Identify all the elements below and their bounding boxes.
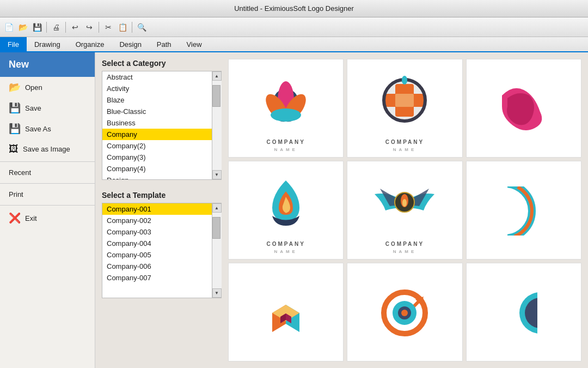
- menu-drawing[interactable]: Drawing: [27, 37, 68, 51]
- logo-card-4[interactable]: COMPANYNAME: [228, 161, 344, 260]
- logo-card-2[interactable]: COMPANYNAME: [347, 59, 462, 158]
- logo-svg-9: [470, 269, 578, 357]
- template-item[interactable]: Company-003: [102, 226, 212, 238]
- menu-organize[interactable]: Organize: [68, 37, 112, 51]
- sidebar-item-recent[interactable]: Recent: [0, 164, 95, 181]
- toolbar-undo[interactable]: ↩: [69, 21, 82, 34]
- left-panel: Select a Category Abstract Activity Blaz…: [102, 59, 222, 361]
- toolbar-save[interactable]: 💾: [30, 21, 44, 34]
- sidebar-save-label: Save: [25, 104, 41, 112]
- list-item[interactable]: Activity: [102, 83, 212, 94]
- menu-bar: File Drawing Organize Design Path View: [0, 37, 588, 52]
- logo-card-1[interactable]: COMPANYNAME: [228, 59, 344, 158]
- logo-svg-4: [232, 167, 340, 238]
- template-list-wrapper: Company-001 Company-002 Company-003 Comp…: [102, 203, 222, 298]
- menu-file[interactable]: File: [0, 37, 27, 51]
- toolbar-copy[interactable]: 📋: [116, 21, 129, 34]
- menu-view[interactable]: View: [179, 37, 210, 51]
- template-scroll-handle[interactable]: [212, 217, 220, 239]
- logo-svg-7: [232, 269, 340, 357]
- list-item[interactable]: Blaze: [102, 94, 212, 106]
- template-item[interactable]: Company-006: [102, 261, 212, 272]
- save-icon: 💾: [9, 102, 21, 114]
- menu-design[interactable]: Design: [112, 37, 149, 51]
- svg-point-16: [507, 186, 532, 236]
- sidebar-item-saveasimage[interactable]: 🖼 Save as Image: [0, 139, 95, 159]
- logo-svg-2: [351, 65, 458, 136]
- sidebar-item-save[interactable]: 💾 Save: [0, 98, 95, 118]
- sidebar-divider1: [0, 161, 95, 162]
- list-item-selected[interactable]: Company: [102, 129, 212, 140]
- category-list-wrapper: Abstract Activity Blaze Blue-Classic Bus…: [102, 71, 222, 180]
- logo-svg-8: [351, 269, 458, 357]
- toolbar-sep2: [65, 22, 66, 33]
- scroll-down-arrow[interactable]: ▼: [212, 170, 222, 179]
- template-scroll-track: [212, 213, 222, 288]
- saveas-icon: 💾: [9, 123, 21, 135]
- svg-point-28: [401, 310, 408, 316]
- logo-card-7[interactable]: [228, 263, 344, 361]
- list-item[interactable]: Design: [102, 174, 212, 179]
- svg-point-5: [271, 108, 301, 122]
- sidebar-recent-label: Recent: [9, 168, 31, 177]
- menu-path[interactable]: Path: [149, 37, 179, 51]
- logo-card-5[interactable]: COMPANYNAME: [347, 161, 462, 260]
- scroll-track: [212, 81, 222, 170]
- scroll-handle[interactable]: [212, 85, 220, 107]
- template-item[interactable]: Company-002: [102, 215, 212, 226]
- toolbar: 📄 📂 💾 🖨 ↩ ↪ ✂ 📋 🔍: [0, 17, 588, 37]
- template-list[interactable]: Company-001 Company-002 Company-003 Comp…: [102, 203, 212, 298]
- logo-card-9[interactable]: [466, 263, 581, 361]
- category-scrollbar: ▲ ▼: [212, 71, 221, 179]
- toolbar-cut[interactable]: ✂: [102, 21, 115, 34]
- template-item-selected[interactable]: Company-001: [102, 203, 212, 215]
- toolbar-help[interactable]: 🔍: [135, 21, 148, 34]
- logo-card-3[interactable]: [466, 59, 581, 158]
- template-item[interactable]: Company-004: [102, 238, 212, 249]
- toolbar-sep3: [99, 22, 99, 33]
- toolbar-print[interactable]: 🖨: [50, 21, 63, 34]
- logo-text-5: COMPANYNAME: [385, 240, 424, 255]
- template-item[interactable]: Company-007: [102, 272, 212, 283]
- logo-svg-1: [232, 65, 340, 136]
- template-scroll-down[interactable]: ▼: [212, 288, 222, 298]
- logo-svg-6: [470, 167, 578, 255]
- list-item[interactable]: Abstract: [102, 71, 212, 83]
- logo-card-8[interactable]: [347, 263, 462, 361]
- category-section: Select a Category Abstract Activity Blaz…: [102, 59, 222, 180]
- list-item[interactable]: Business: [102, 117, 212, 129]
- sidebar-exit-label: Exit: [25, 214, 37, 222]
- main-layout: New 📂 Open 💾 Save 💾 Save As 🖼 Save as Im…: [0, 52, 588, 368]
- scroll-up-arrow[interactable]: ▲: [212, 71, 222, 81]
- toolbar-open[interactable]: 📂: [16, 21, 29, 34]
- logo-svg-5: [351, 167, 458, 238]
- sidebar-item-saveas[interactable]: 💾 Save As: [0, 118, 95, 139]
- category-title: Select a Category: [102, 59, 222, 68]
- sidebar-new-button[interactable]: New: [0, 52, 95, 77]
- sidebar-item-open[interactable]: 📂 Open: [0, 77, 95, 98]
- svg-rect-9: [395, 94, 414, 107]
- sidebar-item-exit[interactable]: ❌ Exit: [0, 208, 95, 228]
- list-item[interactable]: Blue-Classic: [102, 106, 212, 117]
- list-item[interactable]: Company(4): [102, 163, 212, 174]
- template-scrollbar: ▲ ▼: [212, 203, 221, 298]
- logo-card-6[interactable]: [466, 161, 581, 260]
- saveimage-icon: 🖼: [9, 143, 19, 155]
- svg-point-15: [402, 199, 407, 207]
- list-item[interactable]: Company(3): [102, 152, 212, 163]
- template-item[interactable]: Company-005: [102, 249, 212, 261]
- open-icon: 📂: [9, 81, 21, 93]
- logo-svg-3: [470, 65, 578, 153]
- template-title: Select a Template: [102, 191, 222, 200]
- sidebar-item-print[interactable]: Print: [0, 186, 95, 203]
- toolbar-redo[interactable]: ↪: [83, 21, 96, 34]
- title-bar: Untitled - EximiousSoft Logo Designer: [0, 0, 588, 17]
- category-list[interactable]: Abstract Activity Blaze Blue-Classic Bus…: [102, 71, 212, 179]
- toolbar-sep4: [132, 22, 132, 33]
- sidebar-saveas-label: Save As: [25, 125, 51, 133]
- toolbar-new[interactable]: 📄: [2, 21, 15, 34]
- list-item[interactable]: Company(2): [102, 140, 212, 152]
- sidebar-print-label: Print: [9, 190, 23, 198]
- logo-text-1: COMPANYNAME: [266, 138, 305, 153]
- template-scroll-up[interactable]: ▲: [212, 203, 222, 213]
